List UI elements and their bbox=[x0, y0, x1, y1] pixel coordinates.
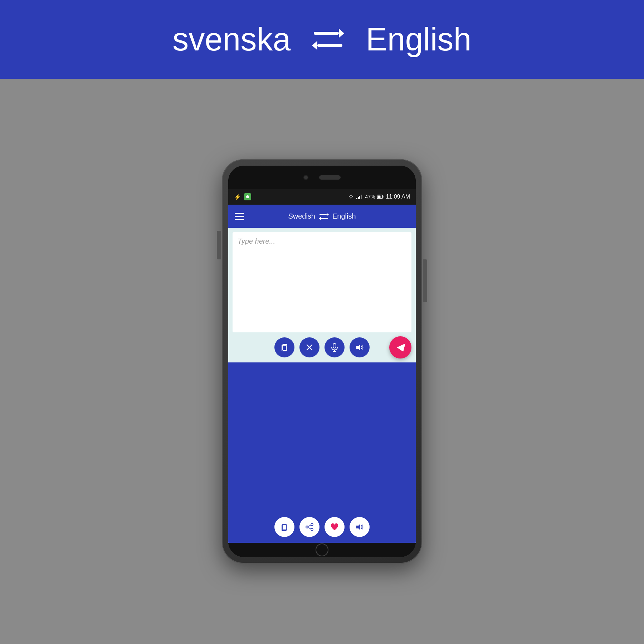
nav-language-selector[interactable]: Swedish English bbox=[288, 212, 356, 220]
usb-icon: ⚡ bbox=[234, 194, 241, 200]
svg-rect-8 bbox=[361, 195, 362, 199]
output-section bbox=[228, 362, 416, 512]
svg-marker-28 bbox=[397, 343, 405, 352]
svg-marker-1 bbox=[339, 29, 344, 38]
status-left-icons: ⚡ bbox=[234, 193, 251, 200]
svg-point-32 bbox=[306, 526, 308, 528]
battery-icon bbox=[377, 195, 384, 199]
clear-button[interactable] bbox=[299, 337, 319, 357]
phone-shell: ⚡ bbox=[222, 159, 422, 564]
svg-marker-16 bbox=[327, 213, 329, 216]
status-right-info: 47% 11:09 AM bbox=[348, 194, 410, 200]
svg-rect-11 bbox=[378, 196, 381, 198]
wifi-icon bbox=[348, 194, 354, 199]
nav-source-lang[interactable]: Swedish bbox=[288, 212, 315, 220]
action-buttons-row bbox=[228, 332, 416, 362]
nav-target-lang[interactable]: English bbox=[332, 212, 356, 220]
mic-button[interactable] bbox=[325, 337, 345, 357]
status-time: 11:09 AM bbox=[386, 194, 410, 200]
copy-output-button[interactable] bbox=[274, 517, 294, 537]
top-header: svenska English bbox=[0, 0, 644, 79]
svg-rect-0 bbox=[314, 32, 339, 35]
phone-area: ⚡ bbox=[0, 79, 644, 644]
svg-rect-2 bbox=[317, 44, 342, 47]
translate-fab[interactable] bbox=[389, 336, 411, 358]
battery-percent: 47% bbox=[365, 194, 375, 200]
phone-speaker-grille bbox=[319, 175, 341, 180]
front-camera bbox=[303, 175, 308, 180]
svg-line-34 bbox=[308, 525, 311, 527]
svg-line-35 bbox=[308, 528, 311, 529]
signal-bars-icon bbox=[356, 194, 363, 199]
input-placeholder[interactable]: Type here... bbox=[238, 237, 275, 245]
svg-rect-21 bbox=[283, 344, 286, 345]
clipboard-button[interactable] bbox=[274, 337, 294, 357]
app-nav-bar: Swedish English bbox=[228, 205, 416, 228]
header-source-lang[interactable]: svenska bbox=[172, 21, 291, 58]
share-button[interactable] bbox=[299, 517, 319, 537]
app-content: Type here... bbox=[228, 228, 416, 543]
svg-marker-36 bbox=[356, 524, 360, 530]
svg-marker-3 bbox=[312, 41, 317, 50]
svg-point-4 bbox=[246, 195, 249, 198]
bottom-buttons-row bbox=[228, 512, 416, 543]
speaker-output-button[interactable] bbox=[350, 517, 370, 537]
svg-rect-15 bbox=[319, 214, 327, 215]
speaker-input-button[interactable] bbox=[350, 337, 370, 357]
favorite-button[interactable] bbox=[325, 517, 345, 537]
phone-top-bar bbox=[228, 166, 416, 189]
svg-rect-7 bbox=[359, 196, 360, 199]
header-swap-icon[interactable] bbox=[312, 27, 344, 52]
svg-rect-6 bbox=[358, 197, 359, 199]
phone-home-bar bbox=[228, 543, 416, 557]
svg-rect-14 bbox=[235, 219, 244, 220]
input-section: Type here... bbox=[233, 232, 411, 332]
notification-icon bbox=[244, 193, 251, 200]
svg-marker-27 bbox=[356, 344, 360, 351]
svg-rect-13 bbox=[235, 216, 244, 217]
svg-rect-12 bbox=[235, 213, 244, 214]
svg-point-33 bbox=[311, 528, 313, 531]
header-target-lang[interactable]: English bbox=[366, 21, 471, 58]
home-button[interactable] bbox=[316, 543, 328, 556]
svg-point-31 bbox=[311, 523, 313, 526]
status-bar: ⚡ bbox=[228, 189, 416, 205]
svg-rect-10 bbox=[383, 196, 384, 198]
nav-swap-icon[interactable] bbox=[319, 213, 329, 220]
svg-rect-24 bbox=[333, 343, 336, 348]
phone-screen: ⚡ bbox=[228, 166, 416, 557]
svg-rect-5 bbox=[356, 198, 357, 199]
svg-marker-18 bbox=[319, 217, 321, 220]
hamburger-menu-icon[interactable] bbox=[235, 213, 244, 220]
svg-rect-17 bbox=[321, 218, 328, 219]
